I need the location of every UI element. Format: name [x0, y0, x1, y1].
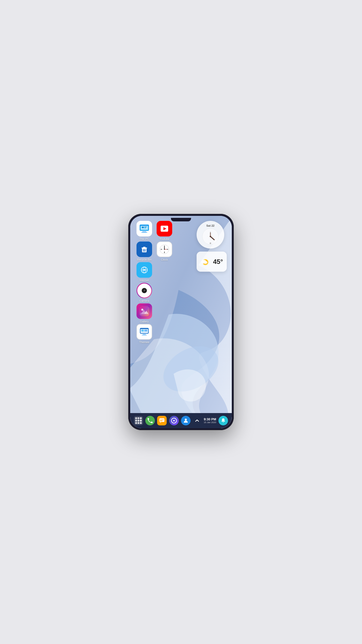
app-item-youtube[interactable]: Youtube [155, 221, 173, 240]
app-row-1: Thic PC Youtube [135, 221, 173, 240]
svg-rect-48 [141, 329, 148, 329]
app-item-camera[interactable]: Camera [135, 283, 153, 302]
clock-widget-face [202, 228, 219, 245]
dock-phone[interactable] [145, 416, 155, 425]
youtube-icon [157, 221, 172, 236]
app-row-2: Recycle Bin [135, 242, 173, 261]
svg-rect-50 [142, 335, 147, 335]
camera-label: Camera [139, 299, 149, 302]
app-item-clock[interactable]: Clock [155, 242, 173, 261]
app-item-thic-pc[interactable]: Thic PC [135, 221, 153, 240]
svg-point-29 [164, 249, 165, 250]
svg-point-67 [185, 419, 187, 421]
gallery-label: Gallery [140, 320, 149, 323]
app-item-internet[interactable]: Internet [135, 262, 153, 282]
dock-apps-grid[interactable] [134, 416, 143, 425]
internet-icon [137, 262, 152, 278]
widgets-area: Sat 22 [197, 221, 227, 272]
svg-rect-4 [140, 225, 149, 226]
svg-rect-9 [144, 227, 147, 227]
gallery-icon [137, 303, 152, 319]
dock-arrow-up[interactable] [193, 416, 201, 425]
app-item-recycle-bin[interactable]: Recycle Bin [135, 242, 153, 261]
thic-pc-icon [137, 221, 152, 236]
svg-point-66 [173, 420, 175, 421]
clock-widget[interactable]: Sat 22 [197, 221, 224, 249]
recycle-bin-label: Recycle Bin [137, 258, 152, 261]
svg-rect-5 [142, 231, 146, 232]
weather-temperature: 45° [213, 258, 223, 266]
dock-browser[interactable] [169, 416, 179, 425]
svg-point-34 [144, 269, 145, 271]
status-bar: 9:30 PM 15 Jan 2020 [130, 413, 232, 428]
svg-rect-8 [142, 227, 144, 228]
svg-point-63 [203, 261, 207, 264]
themee-icon [137, 324, 152, 340]
dock-notifications[interactable] [218, 416, 228, 425]
notch [171, 218, 191, 221]
recycle-bin-icon [137, 242, 152, 257]
dock-contacts[interactable] [181, 416, 191, 425]
svg-point-57 [210, 236, 211, 237]
internet-label: Internet [140, 279, 149, 282]
app-row-4: Camera [135, 283, 173, 302]
weather-sun-icon [200, 257, 209, 267]
svg-point-45 [141, 309, 143, 311]
thic-pc-label: Thic PC [139, 237, 149, 240]
svg-rect-17 [143, 247, 146, 248]
phone-outer: Thic PC Youtube [128, 214, 234, 430]
svg-point-40 [145, 290, 145, 291]
app-row-3: Internet [135, 262, 173, 282]
svg-rect-6 [141, 232, 147, 233]
clock-icon [157, 242, 172, 257]
clock-label: Clock [161, 258, 168, 261]
status-time: 9:30 PM 15 Jan 2020 [204, 417, 216, 424]
weather-widget[interactable]: 45° [197, 252, 227, 272]
youtube-label: Youtube [159, 237, 169, 240]
themee-label: Themee [139, 341, 149, 344]
svg-rect-44 [140, 313, 148, 315]
app-item-themee[interactable]: Themee [135, 324, 153, 344]
apps-area: Thic PC Youtube [135, 221, 173, 344]
svg-rect-49 [143, 334, 146, 335]
svg-rect-10 [144, 228, 146, 228]
dock-messages[interactable] [157, 416, 167, 425]
camera-icon [137, 283, 152, 298]
phone-screen: Thic PC Youtube [130, 216, 232, 428]
svg-rect-52 [144, 330, 147, 332]
clock-widget-date: Sat 22 [206, 224, 214, 227]
svg-point-58 [210, 243, 211, 244]
svg-rect-51 [141, 330, 144, 332]
dock-time-display: 9:30 PM 15 Jan 2020 [204, 417, 216, 424]
app-item-gallery[interactable]: Gallery [135, 303, 153, 323]
app-row-5: Gallery [135, 303, 173, 323]
app-row-6: Themee [135, 324, 173, 344]
